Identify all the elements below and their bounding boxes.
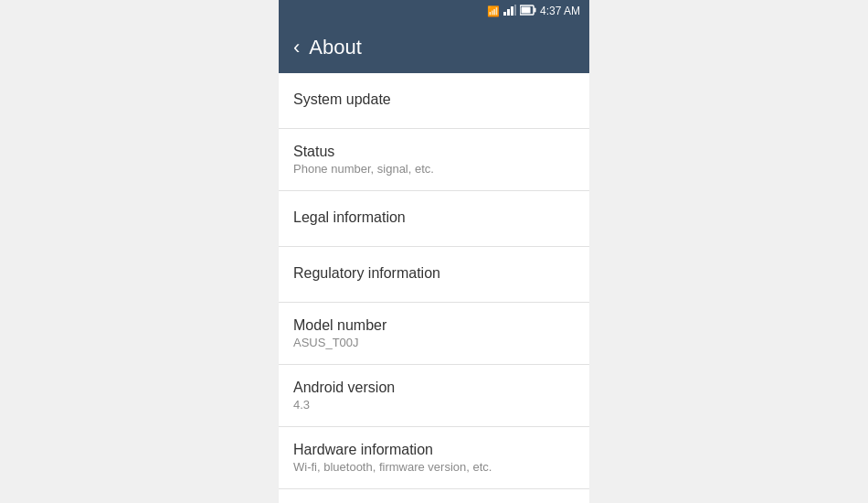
status-time: 4:37 AM	[540, 5, 580, 17]
status-bar: 📶 4:37 AM	[279, 0, 589, 22]
svg-rect-6	[521, 7, 530, 14]
menu-item-title-system-update: System update	[293, 91, 575, 108]
menu-item-subtitle-android-version: 4.3	[293, 398, 575, 412]
menu-item-status[interactable]: StatusPhone number, signal, etc.	[279, 129, 589, 191]
menu-item-android-version[interactable]: Android version4.3	[279, 365, 589, 427]
wifi-icon: 📶	[487, 5, 500, 17]
svg-rect-5	[534, 8, 535, 13]
menu-item-legal-information[interactable]: Legal information	[279, 191, 589, 247]
signal-icon	[503, 5, 516, 17]
menu-item-title-android-version: Android version	[293, 380, 575, 396]
svg-rect-1	[507, 9, 510, 16]
menu-item-regulatory-information[interactable]: Regulatory information	[279, 247, 589, 303]
page-title: About	[309, 36, 362, 59]
menu-item-model-number[interactable]: Model numberASUS_T00J	[279, 303, 589, 365]
menu-item-title-model-number: Model number	[293, 317, 575, 334]
phone-container: 📶 4:37 AM ‹ About	[279, 0, 589, 503]
back-button[interactable]: ‹	[293, 36, 300, 59]
svg-rect-0	[503, 12, 506, 16]
menu-item-subtitle-model-number: ASUS_T00J	[293, 336, 575, 349]
menu-item-subtitle-hardware-information: Wi-fi, bluetooth, firmware version, etc.	[293, 460, 575, 474]
menu-item-software-information[interactable]: Software informationBaseband, kernel ver…	[279, 489, 589, 503]
content-area: System updateStatusPhone number, signal,…	[279, 73, 589, 503]
battery-icon	[520, 3, 536, 19]
menu-item-title-regulatory-information: Regulatory information	[293, 265, 575, 282]
menu-item-title-status: Status	[293, 144, 575, 160]
menu-item-title-legal-information: Legal information	[293, 209, 575, 226]
menu-item-title-hardware-information: Hardware information	[293, 442, 575, 458]
menu-item-subtitle-status: Phone number, signal, etc.	[293, 162, 575, 176]
svg-rect-3	[514, 5, 516, 16]
status-icons: 📶 4:37 AM	[487, 3, 580, 19]
menu-item-hardware-information[interactable]: Hardware informationWi-fi, bluetooth, fi…	[279, 427, 589, 489]
menu-item-system-update[interactable]: System update	[279, 73, 589, 129]
header-bar: ‹ About	[279, 22, 589, 73]
svg-rect-2	[511, 6, 513, 16]
